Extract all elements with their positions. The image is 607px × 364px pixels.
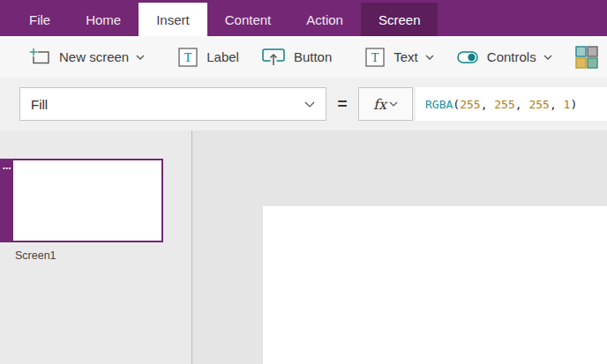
formula-input[interactable]: RGBA(255, 255, 255, 1) <box>416 87 607 121</box>
tab-home[interactable]: Home <box>68 3 139 36</box>
gallery-button[interactable]: Gallery <box>564 36 607 78</box>
button-icon <box>262 48 285 66</box>
svg-text:T: T <box>184 51 192 64</box>
property-dropdown-value: Fill <box>31 97 48 112</box>
formula-token-punct: ) <box>570 98 577 111</box>
screens-panel: ••• Screen1 <box>0 130 192 364</box>
formula-token-number: 255 <box>528 98 549 111</box>
formula-token-punct: , <box>481 98 495 111</box>
chevron-down-icon <box>136 55 145 60</box>
equals-sign: = <box>326 94 358 114</box>
chevron-down-icon <box>425 55 434 60</box>
tab-action[interactable]: Action <box>289 3 361 36</box>
formula-token-number: 255 <box>460 98 480 111</box>
ribbon-tab-bar: File Home Insert Content Action Screen <box>0 0 607 36</box>
text-button[interactable]: T Text <box>354 36 446 78</box>
label-button[interactable]: T Label <box>167 36 251 78</box>
formula-token-function: RGBA <box>425 98 453 111</box>
canvas-workspace <box>192 130 607 364</box>
formula-token-number: 255 <box>494 98 514 111</box>
content-area: ••• Screen1 <box>0 130 607 364</box>
text-button-label: Text <box>393 49 418 64</box>
chevron-down-icon <box>389 101 398 107</box>
button-button[interactable]: Button <box>251 36 343 78</box>
label-icon: T <box>178 48 198 67</box>
screen-name-label[interactable]: Screen1 <box>15 249 56 262</box>
new-screen-label: New screen <box>59 49 129 64</box>
text-icon: T <box>365 48 385 67</box>
screen-thumbnail-screen1[interactable]: ••• <box>0 159 163 242</box>
screen-overflow-menu-icon[interactable]: ••• <box>3 165 11 172</box>
tab-content[interactable]: Content <box>207 3 289 36</box>
tab-file[interactable]: File <box>11 3 68 36</box>
formula-token-punct: ( <box>453 98 460 111</box>
chevron-down-icon <box>304 101 315 108</box>
svg-text:T: T <box>371 51 379 64</box>
screen1-artboard[interactable] <box>263 206 607 364</box>
formula-bar: Fill = fx RGBA(255, 255, 255, 1) <box>0 78 607 130</box>
formula-token-punct: , <box>515 98 529 111</box>
button-button-label: Button <box>294 49 332 64</box>
controls-button[interactable]: Controls <box>446 36 564 78</box>
fx-dropdown-button[interactable]: fx <box>358 87 413 121</box>
controls-button-label: Controls <box>487 49 536 64</box>
label-button-label: Label <box>206 49 239 64</box>
fx-icon: fx <box>373 96 386 113</box>
chevron-down-icon <box>543 55 552 60</box>
controls-toggle-icon <box>457 51 478 63</box>
new-screen-button[interactable]: New screen <box>18 36 156 78</box>
screen-selected-strip: ••• <box>2 160 13 241</box>
gallery-icon <box>575 46 598 69</box>
property-dropdown[interactable]: Fill <box>19 87 326 121</box>
tab-insert[interactable]: Insert <box>139 3 207 36</box>
formula-token-number: 1 <box>564 98 571 111</box>
insert-toolbar: New screen T Label Button <box>0 36 607 78</box>
formula-token-punct: , <box>550 98 564 111</box>
tab-screen[interactable]: Screen <box>361 3 438 36</box>
new-screen-icon <box>29 48 50 67</box>
